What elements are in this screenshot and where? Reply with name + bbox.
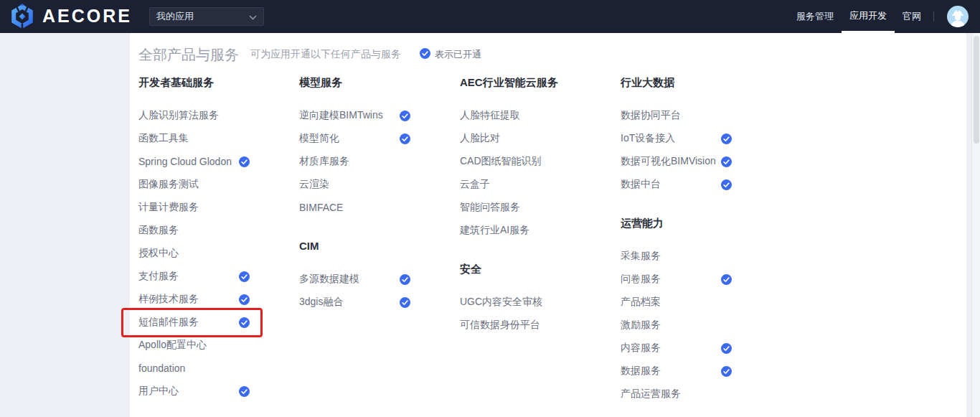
service-item-label: CAD图纸智能识别 [460,155,542,168]
service-item[interactable]: 计量计费服务 [138,196,250,219]
service-item[interactable]: CAD图纸智能识别 [460,150,571,173]
service-item[interactable]: 可信数据身份平台 [460,314,571,337]
check-circle-icon [400,111,410,121]
service-item-label: 图像服务测试 [138,178,199,191]
service-item[interactable]: BIMFACE [299,196,410,219]
service-item[interactable]: Spring Cloud Glodon [138,150,250,173]
service-item[interactable]: 智能问答服务 [460,196,571,219]
main-content: 全部产品与服务 可为应用开通以下任何产品与服务 表示已开通 开发者基础服务人脸识… [0,33,980,417]
service-item[interactable]: 问卷服务 [621,268,732,291]
service-item[interactable]: 产品档案 [621,291,732,314]
service-item[interactable]: 短信邮件服务 [138,311,250,334]
nav-service-management[interactable]: 服务管理 [788,0,842,33]
service-item-label: BIMFACE [299,202,343,213]
title-row: 全部产品与服务 可为应用开通以下任何产品与服务 表示已开通 [138,46,966,63]
service-item[interactable]: 模型简化 [299,127,410,150]
check-circle-icon [400,133,410,144]
service-item-label: 逆向建模BIMTwins [299,109,383,122]
section-title: 模型服务 [299,77,460,88]
service-item[interactable]: 逆向建模BIMTwins [299,104,410,127]
service-item-label: 人脸比对 [460,132,500,145]
service-columns: 开发者基础服务人脸识别算法服务函数工具集Spring Cloud Glodon图… [138,77,966,406]
service-item[interactable]: Apollo配置中心 [138,334,250,357]
service-item-label: 内容服务 [621,342,661,355]
service-item[interactable]: UGC内容安全审核 [460,291,571,314]
service-item[interactable]: 云渲染 [299,173,410,196]
top-header: AECORE 我的应用 服务管理 应用开发 官网 [0,0,980,33]
check-circle-icon [721,274,732,285]
service-item-label: Apollo配置中心 [138,339,207,352]
service-item[interactable]: 样例技术服务 [138,288,250,311]
check-circle-icon [239,294,250,305]
service-item[interactable]: 数据协同平台 [621,104,732,127]
service-item[interactable]: 数据可视化BIMVision [621,150,732,173]
service-item-label: 人脸识别算法服务 [138,109,219,122]
service-column-2: 模型服务逆向建模BIMTwins模型简化材质库服务云渲染BIMFACECIM多源… [299,77,460,406]
app-select-value: 我的应用 [156,10,194,23]
service-item[interactable]: 图像服务测试 [138,173,250,196]
service-item[interactable]: 产品运营服务 [621,383,732,406]
service-item[interactable]: 多源数据建模 [299,268,410,291]
section-title: 行业大数据 [621,77,781,88]
service-item-label: 采集服务 [621,250,661,263]
brand-logo[interactable]: AECORE [9,3,132,30]
service-item-label: 授权中心 [138,247,179,260]
check-circle-icon [400,297,410,308]
check-circle-icon [721,156,732,167]
scrollbar-thumb[interactable] [974,36,979,144]
service-item-label: 支付服务 [138,270,179,283]
service-item-label: 建筑行业AI服务 [460,224,529,237]
service-item[interactable]: 用户中心 [138,380,250,403]
service-item-label: 产品档案 [621,296,661,309]
service-item-label: 函数工具集 [138,132,189,145]
service-item[interactable]: 函数服务 [138,219,250,242]
service-item-label: 样例技术服务 [138,293,199,306]
check-circle-icon [420,48,430,62]
service-item[interactable]: 采集服务 [621,245,732,268]
app-select-dropdown[interactable]: 我的应用 [149,7,264,26]
service-column-1: 开发者基础服务人脸识别算法服务函数工具集Spring Cloud Glodon图… [138,77,299,406]
check-circle-icon [721,179,732,190]
service-item-label: 数据中台 [621,178,661,191]
service-item[interactable]: 内容服务 [621,337,732,360]
scrollbar[interactable] [971,33,980,417]
service-item-label: 多源数据建模 [299,273,359,286]
service-item[interactable]: 建筑行业AI服务 [460,219,571,242]
service-column-4: 行业大数据数据协同平台IoT设备接入数据可视化BIMVision数据中台运营能力… [621,77,781,406]
service-item-label: 数据可视化BIMVision [621,155,716,168]
header-nav: 服务管理 应用开发 官网 [788,0,969,33]
chevron-down-icon [249,10,257,23]
section-title: AEC行业智能云服务 [460,77,621,88]
service-item[interactable]: 材质库服务 [299,150,410,173]
service-item[interactable]: 支付服务 [138,265,250,288]
nav-app-development[interactable]: 应用开发 [842,0,895,33]
check-circle-icon [721,343,732,354]
service-item[interactable]: 3dgis融合 [299,291,410,314]
check-circle-icon [400,274,410,285]
service-item[interactable]: 人脸特征提取 [460,104,571,127]
user-avatar[interactable] [947,6,969,27]
service-item[interactable]: 数据中台 [621,173,732,196]
service-item[interactable]: 授权中心 [138,242,250,265]
service-item-label: UGC内容安全审核 [460,296,542,309]
service-item-label: 用户中心 [138,385,179,398]
service-item[interactable]: foundation [138,357,250,380]
legend-text: 表示已开通 [435,48,481,61]
check-circle-icon [721,366,732,377]
service-item[interactable]: 激励服务 [621,314,732,337]
nav-official-site[interactable]: 官网 [895,0,929,33]
service-item-label: IoT设备接入 [621,132,675,145]
service-item-label: 短信邮件服务 [138,316,199,329]
service-item[interactable]: 函数工具集 [138,127,250,150]
service-item[interactable]: 人脸识别算法服务 [138,104,250,127]
section-title: 安全 [460,263,621,275]
service-item-label: 智能问答服务 [460,201,520,214]
service-item[interactable]: IoT设备接入 [621,127,732,150]
check-circle-icon [239,386,250,397]
service-item-label: 产品运营服务 [621,388,681,400]
section-title: 运营能力 [621,217,781,229]
service-item[interactable]: 数据服务 [621,360,732,383]
service-item[interactable]: 人脸比对 [460,127,571,150]
service-column-3: AEC行业智能云服务人脸特征提取人脸比对CAD图纸智能识别云盒子智能问答服务建筑… [460,77,621,406]
service-item[interactable]: 云盒子 [460,173,571,196]
